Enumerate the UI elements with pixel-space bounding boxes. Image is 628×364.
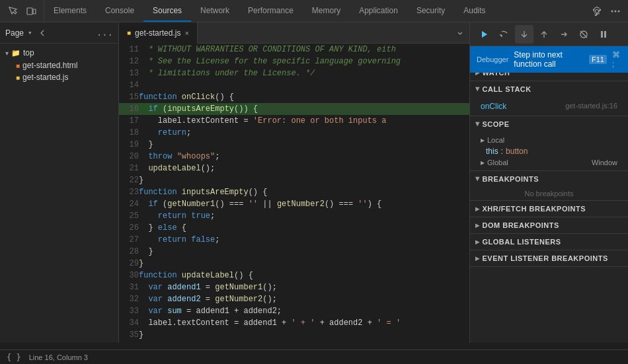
dom-breakpoints-section: ▶ DOM Breakpoints — [470, 217, 628, 234]
call-stack-content: onClick get-started.js:16 — [470, 97, 628, 116]
inspect-icon[interactable] — [4, 3, 21, 20]
sidebar-item-get-started-js[interactable]: ■ get-started.js — [0, 71, 118, 83]
code-line-17: 17 label.textContent = 'Error: one or bo… — [119, 115, 469, 127]
debug-toolbar: Debugger Step into next function call F1… — [470, 22, 628, 46]
step-into-tooltip: Debugger Step into next function call F1… — [470, 46, 628, 73]
code-line-36: 36 function getNumber1() { — [119, 341, 469, 343]
chevron-down-icon: ▾ — [5, 50, 9, 57]
code-line-34: 34 label.textContent = addend1 + ' + ' +… — [119, 317, 469, 329]
code-line-18: 18 return; — [119, 127, 469, 139]
breakpoints-section-header[interactable]: ▶ Breakpoints — [470, 171, 628, 187]
breakpoints-triangle-icon: ▶ — [475, 177, 481, 182]
code-line-33: 33 var sum = addend1 + addend2; — [119, 305, 469, 317]
folder-icon: 📁 — [11, 49, 20, 57]
code-line-30: 30 function updateLabel() { — [119, 270, 469, 281]
page-label: Page — [5, 28, 24, 38]
scope-local-triangle-icon: ▶ — [481, 137, 485, 143]
tab-memory[interactable]: Memory — [303, 0, 350, 22]
header-right-icons — [584, 0, 628, 22]
deactivate-breakpoints-button[interactable] — [574, 25, 593, 44]
code-line-27: 27 return false; — [119, 234, 469, 246]
svg-rect-1 — [33, 9, 36, 14]
editor-nav-icon[interactable] — [451, 24, 469, 42]
js-file-icon: ■ — [16, 74, 20, 81]
device-icon[interactable] — [22, 3, 40, 20]
dom-breakpoints-header[interactable]: ▶ DOM Breakpoints — [470, 217, 628, 233]
svg-point-3 — [615, 10, 617, 12]
event-listener-breakpoints-section: ▶ Event Listener Breakpoints — [470, 250, 628, 267]
header-left-icons — [0, 0, 44, 22]
main-layout: Page ▾ ... ▾ 📁 top ■ get-started.html ■ — [0, 22, 628, 343]
step-out-button[interactable] — [535, 25, 553, 44]
svg-marker-5 — [482, 31, 487, 38]
sidebar-item-top[interactable]: ▾ 📁 top — [0, 46, 118, 59]
code-line-12: 12 * See the License for the specific la… — [119, 55, 469, 67]
debug-panel: Debugger Step into next function call F1… — [469, 22, 628, 343]
scope-global-group[interactable]: ▶ Global Window — [470, 157, 628, 168]
svg-rect-8 — [604, 31, 606, 38]
code-line-21: 21 updateLabel(); — [119, 163, 469, 174]
code-line-20: 20 throw "whoops"; — [119, 151, 469, 163]
tab-security[interactable]: Security — [407, 0, 454, 22]
settings-icon[interactable] — [588, 3, 606, 20]
devtools-header: Elements Console Sources Network Perform… — [0, 0, 628, 22]
scope-local-group[interactable]: ▶ Local — [470, 135, 628, 145]
step-into-button[interactable] — [515, 25, 533, 44]
more-options-icon[interactable] — [607, 3, 624, 20]
tab-performance[interactable]: Performance — [239, 0, 303, 22]
pause-exceptions-button[interactable] — [594, 25, 613, 44]
event-listener-breakpoints-header[interactable]: ▶ Event Listener Breakpoints — [470, 250, 628, 266]
tab-console[interactable]: Console — [96, 0, 143, 22]
editor-tab-get-started-js[interactable]: ■ get-started.js × — [119, 22, 198, 44]
code-line-15: 15 function onClick() { — [119, 91, 469, 103]
global-listeners-section: ▶ Global Listeners — [470, 234, 628, 250]
step-over-button[interactable] — [495, 25, 514, 44]
editor-area: ■ get-started.js × 11 * WITHOUT WARRANTI… — [119, 22, 469, 343]
code-line-28: 28 } — [119, 246, 469, 258]
global-listeners-header[interactable]: ▶ Global Listeners — [470, 234, 628, 250]
call-stack-section: ▶ Call Stack onClick get-started.js:16 — [470, 81, 628, 116]
code-line-35: 35 } — [119, 329, 469, 341]
tooltip-key1: F11 — [589, 55, 607, 64]
page-panel-header: Page ▾ ... — [0, 22, 118, 44]
code-line-24: 24 if (getNumber1() === '' || getNumber2… — [119, 198, 469, 210]
code-line-16-highlighted: 16 if (inputsAreEmpty()) { — [119, 103, 469, 115]
xhr-triangle-icon: ▶ — [475, 206, 480, 212]
code-line-11: 11 * WITHOUT WARRANTIES OR CONDITIONS OF… — [119, 44, 469, 55]
navigate-back-icon[interactable] — [38, 28, 47, 38]
editor-tab-close[interactable]: × — [184, 29, 188, 37]
scope-section-header[interactable]: ▶ Scope — [470, 116, 628, 132]
code-editor[interactable]: 11 * WITHOUT WARRANTIES OR CONDITIONS OF… — [119, 44, 469, 343]
status-position: Line 16, Column 3 — [29, 353, 88, 361]
svg-point-4 — [618, 10, 620, 12]
status-bar: { } Line 16, Column 3 — [0, 349, 628, 364]
page-panel: Page ▾ ... ▾ 📁 top ■ get-started.html ■ — [0, 22, 119, 343]
resume-button[interactable] — [475, 25, 494, 44]
scope-triangle-icon: ▶ — [475, 122, 481, 127]
xhr-breakpoints-header[interactable]: ▶ XHR/fetch Breakpoints — [470, 201, 628, 217]
xhr-breakpoints-section: ▶ XHR/fetch Breakpoints — [470, 201, 628, 217]
tooltip-sep: ⌘ ; — [612, 50, 621, 69]
debug-panel-scroll[interactable]: ▶ Watch ▶ Call Stack onClick get-started… — [470, 65, 628, 343]
page-more-button[interactable]: ... — [97, 28, 113, 38]
svg-point-2 — [611, 10, 613, 12]
call-stack-item-onclick[interactable]: onClick get-started.js:16 — [470, 100, 628, 113]
call-stack-section-header[interactable]: ▶ Call Stack — [470, 81, 628, 97]
svg-rect-7 — [601, 31, 603, 38]
tab-sources[interactable]: Sources — [143, 0, 191, 22]
code-line-29: 29 } — [119, 258, 469, 270]
code-line-22: 22 } — [119, 174, 469, 186]
tab-elements[interactable]: Elements — [44, 0, 96, 22]
code-line-23: 23 function inputsAreEmpty() { — [119, 186, 469, 198]
code-line-14: 14 — [119, 79, 469, 91]
tab-application[interactable]: Application — [350, 0, 407, 22]
code-line-31: 31 var addend1 = getNumber1(); — [119, 281, 469, 293]
tab-audits[interactable]: Audits — [454, 0, 494, 22]
event-listeners-triangle-icon: ▶ — [475, 256, 480, 262]
tab-network[interactable]: Network — [191, 0, 239, 22]
scope-section: ▶ Scope ▶ Local this : button — [470, 116, 628, 171]
code-line-19: 19 } — [119, 139, 469, 151]
step-button[interactable] — [555, 25, 573, 44]
sidebar-item-get-started-html[interactable]: ■ get-started.html — [0, 59, 118, 71]
code-line-13: 13 * limitations under the License. */ — [119, 67, 469, 79]
